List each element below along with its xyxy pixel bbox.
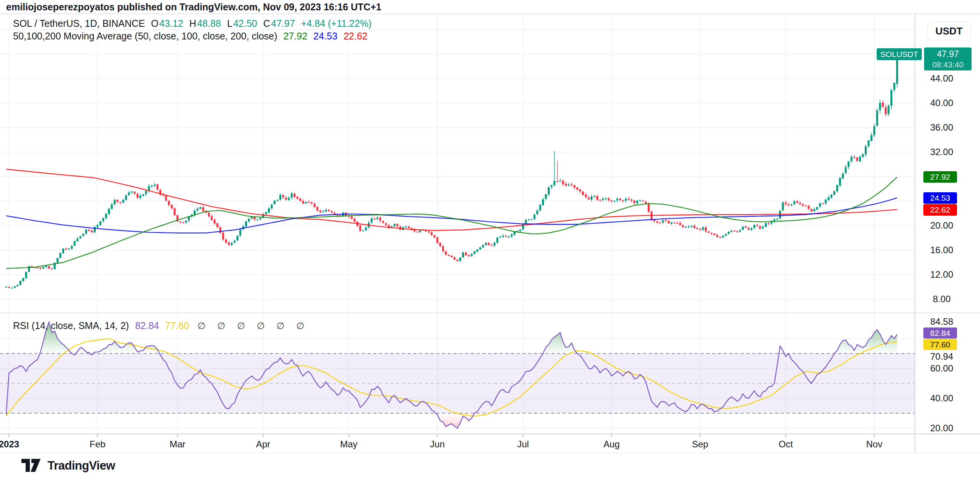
price-chart[interactable] (0, 0, 980, 478)
last-price-label: 47.97 08:43:40 (924, 47, 972, 70)
time-axis-ticks (9, 434, 874, 437)
candlestick-series (5, 49, 898, 289)
ma200-label: 22.62 (923, 204, 957, 216)
rsi-title: RSI (14, close, SMA, 14, 2) (13, 320, 129, 331)
tradingview-published-chart: emiliojoseperezpoyatos published on Trad… (0, 0, 980, 478)
time-axis-label: Feb (90, 439, 105, 450)
time-axis-label: Oct (779, 439, 793, 450)
rsi-ma-value-label: 77.60 (923, 339, 957, 350)
ma200-legend-value: 22.62 (343, 31, 368, 42)
rsi-axis-label: 84.58 (930, 316, 953, 327)
price-axis-label: 8.00 (933, 294, 951, 304)
ma100-label: 24.53 (923, 192, 957, 204)
time-axis-label: May (340, 439, 358, 450)
footer-bar: TradingView (0, 453, 980, 478)
time-axis-label: Mar (170, 439, 185, 450)
rsi-axis-label: 40.00 (930, 393, 953, 404)
price-axis-label: 12.00 (930, 269, 953, 280)
ma-title: 50,100,200 Moving Average (50, close, 10… (13, 31, 277, 42)
price-axis-label: 20.00 (930, 220, 953, 231)
time-axis-label: Aug (603, 439, 620, 450)
ma-legend: 50,100,200 Moving Average (50, close, 10… (13, 31, 368, 42)
rsi-axis-label: 20.00 (930, 423, 953, 434)
rsi-ma-legend-value: 77.60 (165, 320, 189, 331)
symbol-legend: SOL / TetherUS, 1D, BINANCE O43.12 H48.8… (13, 18, 372, 29)
price-axis-label: 36.00 (930, 122, 953, 133)
tradingview-logo-text: TradingView (47, 459, 115, 473)
ohlc-close: C47.97 (263, 18, 295, 29)
last-price-value: 47.97 (924, 49, 972, 59)
rsi-axis-label: 70.94 (930, 351, 953, 362)
time-axis-label: 2023 (0, 439, 19, 450)
rsi-legend-value: 82.84 (135, 320, 159, 331)
tradingview-logo-icon (21, 459, 41, 472)
price-axis-label: 40.00 (930, 98, 953, 108)
time-axis-label: Nov (866, 439, 882, 450)
rsi-oversold-fill (6, 413, 474, 428)
time-axis-label: Jun (430, 439, 445, 450)
attribution-text: emiliojoseperezpoyatos published on Trad… (6, 0, 381, 14)
ma200-line (6, 169, 897, 231)
ma50-label: 27.92 (923, 171, 957, 183)
bar-countdown: 08:43:40 (924, 59, 972, 70)
price-axis-label: 16.00 (930, 245, 953, 255)
rsi-legend: RSI (14, close, SMA, 14, 2) 82.84 77.60 … (13, 320, 309, 331)
change-value: +4.84 (+11.22%) (301, 18, 371, 29)
rsi-hidden-levels: ∅ ∅ ∅ ∅ ∅ ∅ (198, 321, 309, 331)
ohlc-open: O43.12 (151, 18, 183, 29)
ma100-legend-value: 24.53 (314, 31, 338, 42)
rsi-axis-label: 60.00 (930, 363, 953, 374)
symbol-price-tag: SOLUSDT (877, 48, 922, 60)
ohlc-high: H48.88 (189, 18, 221, 29)
tradingview-logo[interactable]: TradingView (21, 459, 115, 473)
time-axis-label: Jul (517, 439, 529, 450)
symbol-title: SOL / TetherUS, 1D, BINANCE (13, 18, 145, 29)
rsi-value-label: 82.84 (923, 327, 957, 339)
price-axis-label: 44.00 (930, 73, 953, 84)
ohlc-low: L42.50 (227, 18, 257, 29)
time-axis-label: Apr (256, 439, 270, 450)
price-axis-label: 32.00 (930, 147, 953, 157)
currency-toggle-button[interactable]: USDT (927, 22, 971, 40)
ma50-legend-value: 27.92 (283, 31, 307, 42)
time-axis-label: Sep (692, 439, 708, 450)
